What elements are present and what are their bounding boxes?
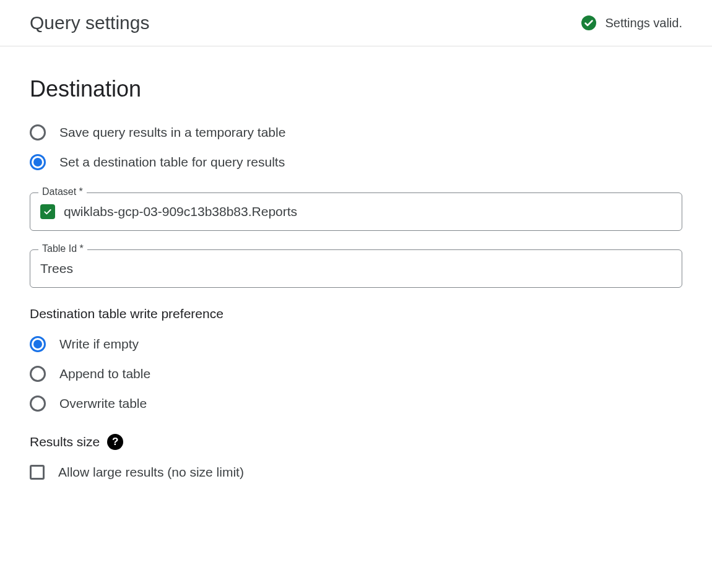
results-size-heading: Results size [30, 435, 100, 449]
dataset-label: Dataset * [38, 186, 87, 197]
radio-label: Save query results in a temporary table [59, 125, 285, 140]
radio-icon [30, 336, 46, 352]
content-scroll[interactable]: Destination Save query results in a temp… [0, 46, 712, 579]
radio-label: Write if empty [59, 337, 139, 352]
table-id-field-container: Table Id * [30, 249, 682, 288]
checkbox-icon [30, 465, 45, 480]
radio-icon [30, 366, 46, 382]
dataset-field-container: Dataset * [30, 192, 682, 231]
svg-point-0 [581, 15, 596, 30]
spacer [30, 480, 682, 579]
checkbox-label: Allow large results (no size limit) [58, 465, 244, 480]
radio-temp-table[interactable]: Save query results in a temporary table [30, 124, 682, 141]
radio-icon [30, 396, 46, 412]
radio-overwrite[interactable]: Overwrite table [30, 396, 682, 412]
header: Query settings Settings valid. [0, 0, 712, 46]
radio-icon [30, 154, 46, 170]
page-title: Query settings [30, 12, 149, 33]
radio-label: Append to table [59, 366, 150, 381]
allow-large-results-checkbox[interactable]: Allow large results (no size limit) [30, 465, 682, 480]
help-icon[interactable]: ? [107, 434, 123, 450]
table-id-field[interactable] [30, 249, 682, 288]
radio-label: Set a destination table for query result… [59, 155, 285, 170]
destination-heading: Destination [30, 76, 682, 102]
results-size-heading-row: Results size ? [30, 434, 682, 450]
dataset-input[interactable] [64, 204, 672, 219]
radio-write-if-empty[interactable]: Write if empty [30, 336, 682, 352]
radio-icon [30, 124, 46, 141]
content: Destination Save query results in a temp… [0, 46, 712, 579]
destination-radio-group: Save query results in a temporary table … [30, 124, 682, 170]
write-preference-heading: Destination table write preference [30, 306, 682, 321]
table-id-label: Table Id * [38, 243, 87, 254]
dataset-field[interactable] [30, 192, 682, 231]
radio-label: Overwrite table [59, 396, 147, 411]
radio-append[interactable]: Append to table [30, 366, 682, 382]
check-circle-icon [581, 15, 596, 30]
table-id-input[interactable] [40, 261, 672, 276]
status-text: Settings valid. [605, 16, 682, 30]
settings-status: Settings valid. [581, 15, 682, 30]
check-icon [40, 204, 55, 219]
radio-destination-table[interactable]: Set a destination table for query result… [30, 154, 682, 170]
write-preference-radio-group: Write if empty Append to table Overwrite… [30, 336, 682, 412]
